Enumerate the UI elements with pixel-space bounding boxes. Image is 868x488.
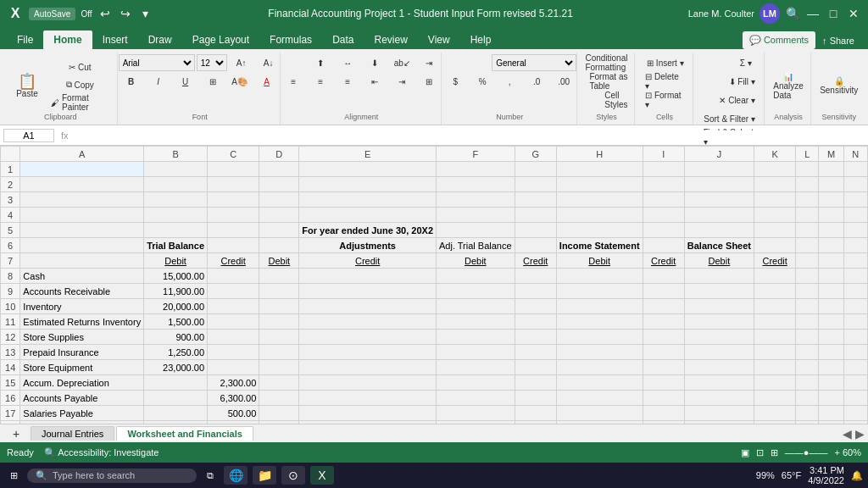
- cell-M6[interactable]: [819, 238, 843, 253]
- start-button[interactable]: ⊞: [5, 467, 22, 484]
- cell-H2[interactable]: [556, 177, 643, 192]
- cell-J6[interactable]: Balance Sheet: [684, 238, 754, 253]
- copy-button[interactable]: ⧉Copy: [47, 76, 112, 93]
- cell-A12[interactable]: Store Supplies: [20, 330, 144, 345]
- col-header-d[interactable]: D: [259, 147, 299, 162]
- cell-E2[interactable]: [299, 177, 437, 192]
- cell-F5[interactable]: [437, 223, 515, 238]
- cell-E17[interactable]: [299, 406, 437, 421]
- cell-M7[interactable]: [819, 253, 843, 269]
- align-right-button[interactable]: ≡: [335, 73, 360, 90]
- cell-J11[interactable]: [684, 314, 754, 330]
- conditional-formatting-button[interactable]: ConditionalFormatting: [581, 54, 631, 71]
- cell-K12[interactable]: [754, 330, 796, 345]
- cell-D17[interactable]: [259, 406, 299, 421]
- cell-J15[interactable]: [684, 375, 754, 391]
- format-painter-button[interactable]: 🖌Format Painter: [47, 94, 112, 111]
- cell-C18[interactable]: 6,650.00: [208, 421, 259, 424]
- tab-page-layout[interactable]: Page Layout: [182, 30, 259, 49]
- decrease-decimal-button[interactable]: .0: [524, 73, 549, 90]
- font-color-button[interactable]: A: [254, 73, 280, 90]
- cell-J14[interactable]: [684, 360, 754, 375]
- cell-C4[interactable]: [208, 208, 259, 223]
- sensitivity-button[interactable]: 🔒 Sensitivity: [816, 60, 861, 111]
- cell-I5[interactable]: [643, 223, 684, 238]
- cell-D12[interactable]: [259, 330, 299, 345]
- cell-H12[interactable]: [556, 330, 643, 345]
- col-header-j[interactable]: J: [684, 147, 754, 162]
- decrease-indent-button[interactable]: ⇤: [362, 73, 387, 90]
- sheet-tab-journal-entries[interactable]: Journal Entries: [31, 426, 114, 441]
- cell-N17[interactable]: [843, 406, 867, 421]
- tab-file[interactable]: File: [7, 30, 43, 49]
- cell-H17[interactable]: [556, 406, 643, 421]
- insert-cells-button[interactable]: ⊞ Insert ▾: [643, 54, 687, 71]
- col-header-g[interactable]: G: [515, 147, 556, 162]
- cell-styles-button[interactable]: CellStyles: [601, 92, 631, 108]
- cell-M1[interactable]: [819, 162, 843, 177]
- cell-L2[interactable]: [796, 177, 819, 192]
- cell-M5[interactable]: [819, 223, 843, 238]
- cell-I12[interactable]: [643, 330, 684, 345]
- cell-D5[interactable]: [259, 223, 299, 238]
- cell-B17[interactable]: [144, 406, 208, 421]
- cell-K18[interactable]: [754, 421, 796, 424]
- cell-E16[interactable]: [299, 391, 437, 406]
- clock-time[interactable]: 3:41 PM: [808, 465, 844, 475]
- cell-E14[interactable]: [299, 360, 437, 375]
- fill-button[interactable]: ⬇ Fill ▾: [726, 73, 759, 90]
- cell-K10[interactable]: [754, 299, 796, 314]
- cell-C1[interactable]: [208, 162, 259, 177]
- cell-F3[interactable]: [437, 192, 515, 208]
- cell-I18[interactable]: [643, 421, 684, 424]
- cell-B9[interactable]: 11,900.00: [144, 284, 208, 299]
- tab-data[interactable]: Data: [322, 30, 364, 49]
- cell-J4[interactable]: [684, 208, 754, 223]
- cell-I17[interactable]: [643, 406, 684, 421]
- cell-D8[interactable]: [259, 269, 299, 284]
- cell-D7[interactable]: Debit: [259, 253, 299, 269]
- cell-E10[interactable]: [299, 299, 437, 314]
- decrease-font-button[interactable]: A↓: [256, 54, 281, 71]
- sheet-nav-next[interactable]: ▶: [855, 427, 865, 441]
- cell-C12[interactable]: [208, 330, 259, 345]
- cell-G9[interactable]: [515, 284, 556, 299]
- cell-C13[interactable]: [208, 345, 259, 360]
- cell-B13[interactable]: 1,250.00: [144, 345, 208, 360]
- cell-D4[interactable]: [259, 208, 299, 223]
- cell-A17[interactable]: Salaries Payable: [20, 406, 144, 421]
- col-header-k[interactable]: K: [754, 147, 796, 162]
- cell-F9[interactable]: [437, 284, 515, 299]
- col-header-f[interactable]: F: [437, 147, 515, 162]
- cell-M17[interactable]: [819, 406, 843, 421]
- cell-M9[interactable]: [819, 284, 843, 299]
- cell-E1[interactable]: [299, 162, 437, 177]
- cell-K3[interactable]: [754, 192, 796, 208]
- cell-E7[interactable]: Credit: [299, 253, 437, 269]
- cell-I9[interactable]: [643, 284, 684, 299]
- cell-B7[interactable]: Debit: [144, 253, 208, 269]
- cell-N18[interactable]: [843, 421, 867, 424]
- cell-C17[interactable]: 500.00: [208, 406, 259, 421]
- align-bottom-button[interactable]: ⬇: [362, 54, 387, 71]
- col-header-h[interactable]: H: [556, 147, 643, 162]
- cell-K1[interactable]: [754, 162, 796, 177]
- tab-view[interactable]: View: [418, 30, 460, 49]
- cell-C16[interactable]: 6,300.00: [208, 391, 259, 406]
- increase-decimal-button[interactable]: .00: [551, 73, 576, 90]
- cell-G5[interactable]: [515, 223, 556, 238]
- cell-E18[interactable]: [299, 421, 437, 424]
- cell-N6[interactable]: [843, 238, 867, 253]
- cell-E3[interactable]: [299, 192, 437, 208]
- fill-color-button[interactable]: A🎨: [227, 73, 253, 90]
- task-view-button[interactable]: ⧉: [202, 467, 219, 484]
- cell-M18[interactable]: [819, 421, 843, 424]
- cell-B4[interactable]: [144, 208, 208, 223]
- cell-H1[interactable]: [556, 162, 643, 177]
- cell-A18[interactable]: Customer Refunds Payable: [20, 421, 144, 424]
- cell-G3[interactable]: [515, 192, 556, 208]
- cell-H16[interactable]: [556, 391, 643, 406]
- cell-A3[interactable]: [20, 192, 144, 208]
- currency-button[interactable]: $: [442, 73, 468, 90]
- sort-filter-button[interactable]: Sort & Filter ▾: [700, 110, 759, 127]
